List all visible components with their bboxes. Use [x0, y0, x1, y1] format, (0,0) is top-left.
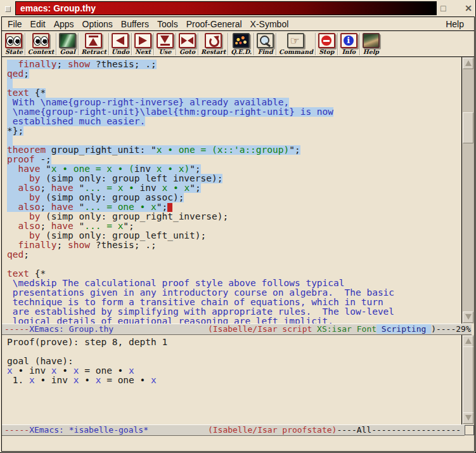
toolbar-use[interactable]: Use: [156, 33, 174, 55]
buffer-line: \medskip The calculational proof style a…: [7, 279, 461, 288]
maximize-button[interactable]: □: [441, 2, 446, 15]
toolbar-separator: [337, 33, 338, 55]
buffer-line: finally; show ?thesis; .;: [7, 60, 461, 69]
text-segment: also: [18, 183, 40, 193]
toolbar-command[interactable]: Command: [278, 33, 314, 55]
window-menu-button[interactable]: [5, 6, 11, 12]
scroll-down-arrow-icon[interactable]: [463, 412, 473, 424]
menu-item-proof-general[interactable]: Proof-General: [184, 18, 244, 30]
toolbar-button-label: Help: [363, 48, 379, 55]
toolbar-button-label: Next: [135, 48, 151, 55]
buffer-line: text {*: [7, 88, 461, 98]
text-segment: ?thesis; .;: [90, 59, 157, 69]
text-segment: x: [29, 375, 35, 385]
scroll-down-arrow-icon[interactable]: [463, 312, 473, 323]
close-button[interactable]: ✕: [465, 2, 472, 15]
text-segment: presentations given in any introductory …: [7, 287, 394, 298]
toolbar-separator: [198, 33, 199, 55]
scroll-up-arrow-icon[interactable]: [463, 58, 473, 69]
help-photo-icon: [363, 33, 380, 48]
text-segment: ?thesis; .;: [90, 240, 157, 250]
buffer-line-text: finally; show ?thesis; .;: [7, 240, 157, 250]
buffer-line: logical details of equational reasoning …: [7, 317, 461, 324]
buffer-line-text: proof -;: [7, 155, 51, 164]
text-segment: (simp only: group_right_inverse);: [40, 211, 228, 221]
toolbar-q-e-d-[interactable]: Q.E.D.: [230, 33, 252, 55]
menu-item-buffers[interactable]: Buffers: [119, 18, 151, 30]
toolbar-stop[interactable]: Stop: [318, 33, 336, 55]
script-scrollbar[interactable]: [461, 57, 474, 324]
toolbar-button-label: Q.E.D.: [231, 48, 252, 55]
scroll-up-arrow-icon[interactable]: [463, 336, 473, 347]
text-segment: XEmacs: *isabelle-goals*: [29, 425, 148, 435]
buffer-line: goal (have):: [7, 357, 461, 366]
menu-item-apps[interactable]: Apps: [52, 18, 76, 30]
goals-buffer[interactable]: Proof(prove): step 8, depth 1goal (have)…: [2, 335, 461, 424]
text-segment: (simp only: group_left_unit);: [40, 230, 206, 240]
toolbar-button-label: Restart: [201, 48, 226, 55]
text-segment: [7, 211, 29, 221]
buffer-line: by (simp only: group_left_inverse);: [7, 174, 461, 183]
toolbar-undo[interactable]: Undo: [111, 33, 130, 55]
buffer-line-text: text {*: [7, 88, 46, 98]
text-segment: [113, 324, 208, 334]
text-segment: ;: [23, 249, 29, 259]
buffer-line: by (simp only: group_left_unit);: [7, 231, 461, 240]
goals-scrollbar[interactable]: [461, 335, 474, 424]
buffer-line: finally; show ?thesis; .;: [7, 240, 461, 250]
toolbar-state[interactable]: State: [4, 33, 23, 55]
text-segment: ;: [40, 221, 51, 231]
stop-icon: [318, 33, 335, 48]
text-segment: logical details of equational reasoning …: [7, 316, 333, 324]
goals-modeline[interactable]: -----XEmacs: *isabelle-goals* (Isabelle/…: [2, 424, 465, 436]
toolbar-help[interactable]: Help: [362, 33, 380, 55]
script-pane: finally; show ?thesis; .;qed;text {* Wit…: [2, 57, 474, 324]
script-buffer[interactable]: finally; show ?thesis; .;qed;text {* Wit…: [2, 57, 461, 324]
text-segment: • inv: [13, 365, 51, 376]
buffer-line-text: goal (have):: [7, 357, 74, 366]
text-segment: [7, 164, 18, 174]
text-segment: •: [79, 375, 96, 385]
toolbar-separator: [176, 33, 177, 55]
find-icon: [257, 33, 274, 48]
text-segment: are established by simplifying with appr…: [7, 306, 394, 317]
text-segment: also: [18, 221, 40, 231]
titlebar[interactable]: emacs: Group.thy: [15, 1, 437, 15]
toolbar-info[interactable]: Info: [340, 33, 358, 55]
toolbar-retract[interactable]: Retract: [80, 33, 107, 55]
menu-item-help[interactable]: Help: [444, 18, 466, 30]
text-segment: (simp only: group_assoc);: [40, 192, 184, 202]
toolbar-restart[interactable]: Restart: [200, 33, 226, 55]
menu-item-tools[interactable]: Tools: [155, 18, 180, 30]
app-frame: FileEditAppsOptionsBuffersToolsProof-Gen…: [1, 16, 475, 452]
text-segment: ;: [40, 202, 51, 212]
toolbar-separator: [153, 33, 155, 55]
menu-item-edit[interactable]: Edit: [29, 18, 48, 30]
toolbar-find[interactable]: Find: [256, 33, 274, 55]
toolbar-separator: [78, 33, 79, 55]
menu-item-options[interactable]: Options: [80, 18, 115, 30]
text-segment: [7, 240, 18, 250]
toolbar-goto[interactable]: Goto: [178, 33, 196, 55]
text-segment: x: [7, 365, 13, 376]
buffer-line-text: qed;: [7, 69, 29, 79]
text-segment: With \name{group-right-inverse} already …: [7, 97, 289, 107]
toolbar-next[interactable]: Next: [134, 33, 152, 55]
scrollbar-thumb[interactable]: [463, 112, 473, 143]
restart-icon: [205, 33, 222, 48]
buffer-line-text: Proof(prove): step 8, depth 1: [7, 338, 167, 347]
script-modeline[interactable]: -----XEmacs: Group.thy (Isabelle/Isar sc…: [2, 324, 472, 335]
resize-grip[interactable]: [465, 425, 474, 435]
minibuffer[interactable]: [2, 436, 474, 451]
next-icon: [134, 33, 151, 48]
menu-item-file[interactable]: File: [6, 18, 24, 30]
retract-icon: [85, 33, 102, 48]
scrollbar-thumb[interactable]: [463, 346, 473, 413]
toolbar-goal[interactable]: Goal: [58, 33, 77, 55]
toolbar-separator: [56, 33, 57, 55]
toolbar-context[interactable]: Context: [27, 33, 55, 55]
toolbar-button-label: Command: [279, 48, 313, 55]
buffer-line: \name{group-right-unit}\label{thm:group-…: [7, 107, 461, 117]
text-segment: ... = x •: [84, 183, 139, 193]
menu-item-x-symbol[interactable]: X-Symbol: [248, 18, 291, 30]
